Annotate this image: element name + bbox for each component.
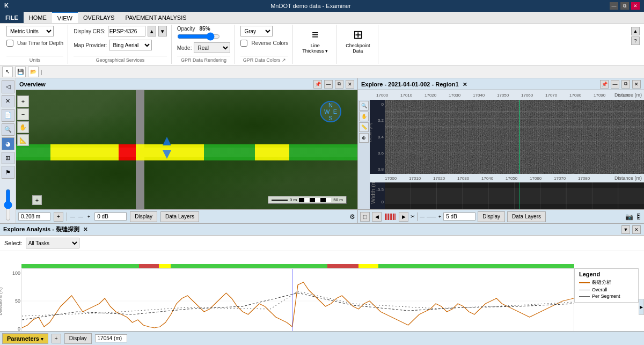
gpr-tool-zoom[interactable]: 🔍 [359, 101, 369, 111]
qa-save-btn[interactable]: 💾 [15, 67, 26, 77]
overview-minimize-btn[interactable]: — [324, 80, 333, 89]
chart-expand-right[interactable]: ▶ [639, 299, 644, 315]
ribbon-group-rendering: Opacity 85% Mode: Real Envelope GPR Data… [173, 25, 236, 64]
title-bar: K MnDOT demo data - Examiner — ⧉ ✕ [0, 0, 644, 12]
sidebar-close-btn[interactable]: ✕ [2, 95, 14, 108]
menu-pavement-analysis[interactable]: PAVEMENT ANALYSIS [120, 12, 192, 23]
legend-line-per-segment [579, 296, 590, 297]
sidebar-flag-btn[interactable]: ⚑ [2, 166, 14, 179]
analysis-header: Explore Analysis - 裂缝探测 ✕ ▼ ✕ [0, 224, 644, 236]
color-scheme-select[interactable]: Gray Color Hot [240, 26, 273, 36]
map-zoom-out-btn[interactable]: − [17, 108, 29, 120]
explore-tab-close[interactable]: ✕ [463, 82, 467, 87]
use-time-checkbox[interactable] [6, 40, 13, 47]
depth-label-0: 0 [371, 102, 384, 107]
sidebar-grid-btn[interactable]: ⊞ [2, 152, 14, 165]
parameters-btn[interactable]: Parameters ▾ [2, 333, 48, 344]
map-pan-btn[interactable]: ✋ [17, 121, 29, 133]
map-add-btn[interactable]: + [32, 195, 42, 205]
qa-open-btn[interactable]: 📂 [28, 67, 39, 77]
sidebar-tool1-btn[interactable]: 🔍 [2, 123, 14, 136]
mode-label: Mode: [177, 45, 192, 51]
gpr-footer-next-btn[interactable]: ▶ [399, 212, 408, 222]
menu-home[interactable]: HOME [24, 12, 52, 23]
task-select[interactable]: All Tasks [26, 238, 79, 248]
gpr-scissors-icon[interactable]: ✂ [411, 214, 415, 219]
map-marker-down [163, 150, 171, 159]
overview-expand-btn[interactable]: ⧉ [335, 80, 343, 89]
gpr-footer-prev-btn[interactable]: ◀ [372, 212, 382, 222]
gpr-data-layers-btn[interactable]: Data Layers [507, 211, 546, 222]
gpr-tool-measure[interactable]: 📏 [359, 122, 369, 132]
menu-bar: FILE HOME VIEW OVERLAYS PAVEMENT ANALYSI… [0, 12, 644, 24]
overview-display-btn[interactable]: Display [130, 211, 157, 222]
opacity-slider[interactable] [177, 33, 220, 40]
sidebar-layers-btn[interactable]: 📄 [2, 109, 14, 122]
ribbon-group-colors: Gray Color Hot Reverse Colors GPR Data C… [236, 25, 293, 64]
gpr-distance-bar-middle: 17000 17010 17020 17030 17040 17050 1706… [370, 174, 644, 182]
analysis-display-btn[interactable]: Display [64, 333, 92, 344]
map-measure-btn[interactable]: 📐 [17, 134, 29, 146]
reverse-colors-checkbox[interactable] [240, 40, 247, 47]
analysis-chart-svg [22, 269, 574, 331]
overview-pin-btn[interactable]: 📌 [313, 80, 322, 89]
footer-sep1 [67, 212, 67, 221]
red-play-marker[interactable] [21, 298, 22, 304]
gpr-scan-svg [385, 100, 644, 174]
map-bottom-controls: + [32, 195, 42, 205]
crs-up-btn[interactable]: ▲ [148, 26, 156, 36]
gpr-minus-icon: — [420, 214, 425, 219]
overview-data-layers-btn[interactable]: Data Layers [160, 211, 199, 222]
explore-pin-btn[interactable]: 📌 [600, 80, 609, 89]
line-thickness-btn[interactable]: ≡ LineThickness ▾ [298, 26, 332, 56]
chart-legend: Legend 裂缝分析 Overall Per Segment [574, 268, 639, 303]
opacity-label: Opacity [177, 26, 195, 32]
sidebar-pin-btn[interactable]: ◁ [2, 80, 14, 93]
restore-btn[interactable]: ⧉ [620, 2, 629, 10]
gpr-footer-export-btn[interactable]: ⬚ [360, 212, 370, 222]
explore-title: Explore - 2021-04-01-002 - Region1 ✕ [361, 81, 467, 87]
ribbon-help-area: ▲ ? [629, 25, 642, 64]
gpr-display-btn[interactable]: Display [478, 211, 505, 222]
ribbon-collapse-btn[interactable]: ▲ [631, 27, 640, 35]
footer-add-btn[interactable]: + [54, 212, 63, 222]
overview-close-btn[interactable]: ✕ [346, 80, 354, 89]
analysis-close-btn[interactable]: ✕ [632, 225, 641, 234]
analysis-tab-close[interactable]: ✕ [83, 226, 87, 232]
ribbon-help-btn[interactable]: ? [631, 36, 640, 45]
menu-view[interactable]: VIEW [52, 12, 78, 23]
mode-select[interactable]: Real Envelope [194, 42, 230, 53]
overview-db-val: 0 dB [94, 212, 127, 221]
gpr-progress-indicators [385, 214, 396, 220]
explore-close-btn[interactable]: ✕ [632, 80, 641, 89]
analysis-add-btn[interactable]: + [52, 334, 61, 343]
gpr-settings-icon[interactable]: 🎛 [635, 213, 642, 221]
analysis-pin-btn[interactable]: ▼ [621, 225, 630, 234]
gpr-tool-pan[interactable]: ✋ [359, 112, 369, 121]
menu-overlays[interactable]: OVERLAYS [78, 12, 120, 23]
footer-line-icon: — [70, 214, 75, 219]
explore-expand-btn[interactable]: ⧉ [621, 80, 630, 89]
gpr-tool-picker[interactable]: ⊕ [359, 133, 369, 143]
display-crs-label: Display CRS: [74, 28, 105, 34]
units-select[interactable]: Metric Units Imperial Units [6, 26, 54, 36]
sidebar-pie-btn[interactable]: ◕ [2, 137, 14, 150]
map-provider-select[interactable]: Bing Aerial OSM [109, 40, 152, 50]
gpr-view-container: 🔍 ✋ 📏 ⊕ 0 0.2 0.4 0. [358, 100, 644, 209]
crs-input[interactable] [108, 26, 145, 36]
map-marker-up [163, 137, 171, 145]
qa-cursor-btn[interactable]: ↖ [2, 67, 13, 77]
overview-settings-icon[interactable]: ⚙ [349, 213, 355, 221]
ribbon: Metric Units Imperial Units Use Time for… [0, 24, 644, 65]
menu-file[interactable]: FILE [0, 12, 24, 23]
crs-down-btn[interactable]: ▼ [158, 26, 167, 36]
distance-ticks-top: 17000 17010 17020 17030 17040 17050 1706… [360, 90, 642, 100]
map-zoom-in-btn[interactable]: + [17, 96, 29, 107]
ribbon-group-geo: Display CRS: ▲ ▼ Map Provider: Bing Aeri… [69, 25, 171, 64]
checkpoint-data-btn[interactable]: ⊞ CheckpointData [342, 26, 374, 56]
close-btn[interactable]: ✕ [631, 2, 640, 10]
overview-header: Overview 📌 — ⧉ ✕ [16, 78, 357, 90]
minimize-btn[interactable]: — [610, 2, 618, 10]
explore-minimize-btn[interactable]: — [611, 80, 619, 89]
gpr-camera-icon[interactable]: 📷 [625, 213, 633, 221]
